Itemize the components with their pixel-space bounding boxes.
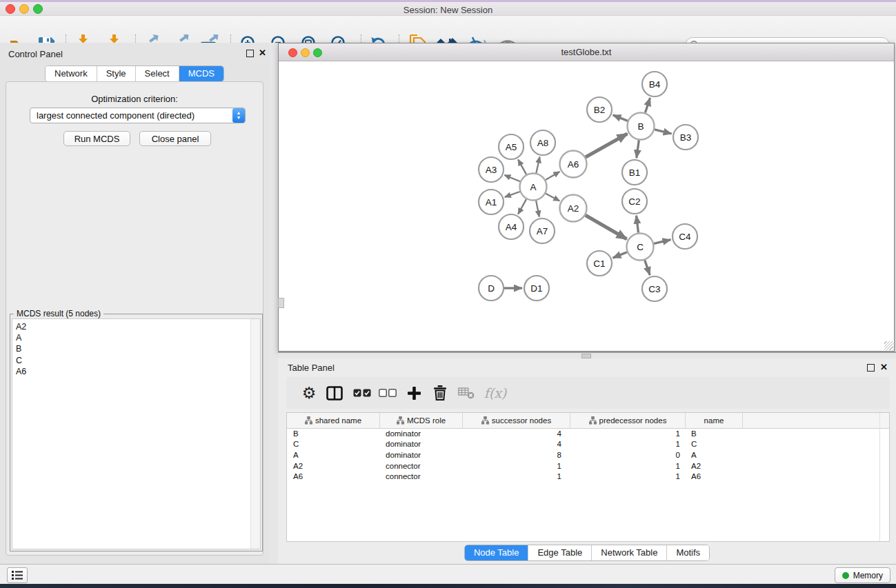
cell[interactable]: A — [287, 451, 380, 459]
graph-edge-A-A5[interactable] — [518, 159, 526, 174]
function-builder-icon[interactable]: f(x) — [480, 377, 510, 409]
memory-button[interactable]: Memory — [835, 567, 890, 583]
column-header-successor-nodes[interactable]: successor nodes — [463, 413, 570, 428]
float-panel-icon[interactable] — [246, 50, 254, 57]
float-panel-icon[interactable] — [867, 364, 875, 372]
table-row-b[interactable]: Bdominator41B — [287, 428, 889, 439]
table-row-a[interactable]: Adominator80A — [287, 449, 889, 460]
node-table: shared nameMCDS rolesuccessor nodesprede… — [286, 412, 890, 542]
cell[interactable]: A6 — [686, 472, 743, 480]
cell[interactable]: 1 — [570, 462, 686, 470]
graph-node-label-A: A — [530, 182, 536, 192]
graph-edge-A-A1[interactable] — [505, 192, 520, 197]
result-item-b[interactable]: B — [12, 343, 260, 354]
graph-edge-A-A6[interactable] — [546, 172, 560, 180]
cell[interactable]: 1 — [570, 440, 686, 448]
tab-mcds[interactable]: MCDS — [179, 66, 223, 81]
cell[interactable]: 1 — [570, 472, 686, 480]
graph-edge-A-A7[interactable] — [536, 201, 539, 216]
tab-select[interactable]: Select — [136, 66, 179, 81]
result-list-scrollbar[interactable] — [250, 319, 260, 549]
cell[interactable]: 4 — [463, 440, 570, 448]
delete-columns-trash-icon[interactable] — [428, 377, 452, 409]
delete-table-icon[interactable] — [454, 377, 479, 409]
graph-edge-C-C2[interactable] — [637, 216, 639, 233]
network-canvas[interactable]: B4B2BB3A5A8A6A3AB1A1C2A2A4A7CC4C1C3DD1 — [279, 61, 894, 351]
cell[interactable]: 1 — [570, 429, 686, 438]
mcds-result-group: MCDS result (5 nodes) A2ABCA6 — [10, 314, 263, 551]
tab-style[interactable]: Style — [97, 66, 136, 81]
splitter-handle[interactable] — [581, 354, 591, 358]
cell[interactable]: A6 — [287, 472, 380, 480]
cell[interactable]: A — [686, 451, 743, 459]
tab-network-table[interactable]: Network Table — [592, 545, 667, 560]
cell[interactable]: C — [686, 440, 743, 448]
cell[interactable]: dominator — [380, 451, 463, 459]
graph-node-label-A8: A8 — [537, 138, 549, 148]
cell[interactable]: C — [287, 440, 380, 448]
result-item-a[interactable]: A — [12, 332, 260, 343]
browse-mode-icon[interactable] — [322, 377, 347, 409]
graph-edge-A-A3[interactable] — [504, 175, 520, 181]
task-history-button[interactable] — [7, 567, 28, 583]
graph-edge-C-C4[interactable] — [654, 240, 671, 244]
close-panel-icon[interactable]: ✕ — [259, 49, 266, 57]
run-mcds-button[interactable]: Run MCDS — [63, 131, 130, 146]
result-item-c[interactable]: C — [12, 355, 260, 366]
close-panel-button[interactable]: Close panel — [139, 131, 211, 146]
column-header-shared-name[interactable]: shared name — [287, 413, 380, 428]
table-panel-tabs: Node TableEdge TableNetwork TableMotifs — [464, 545, 710, 561]
cell[interactable]: 1 — [463, 472, 570, 480]
result-item-a2[interactable]: A2 — [12, 321, 260, 332]
graph-edge-A-A2[interactable] — [546, 194, 559, 201]
table-row-a2[interactable]: A2connector11A2 — [287, 460, 889, 472]
graph-edge-C-C1[interactable] — [613, 252, 628, 258]
column-header-mcds-role[interactable]: MCDS role — [380, 413, 463, 428]
graph-edge-B-B1[interactable] — [637, 140, 639, 158]
cell[interactable]: 1 — [463, 462, 570, 470]
shared-column-icon — [481, 416, 489, 425]
graph-edge-A6-B[interactable] — [586, 134, 628, 157]
cell[interactable]: 4 — [463, 429, 570, 438]
cell[interactable]: A2 — [686, 462, 743, 470]
add-column-icon[interactable] — [401, 377, 426, 409]
graph-edge-B-B4[interactable] — [645, 98, 650, 113]
graph-node-label-C: C — [637, 242, 644, 252]
cell[interactable]: B — [287, 429, 380, 438]
tab-motifs[interactable]: Motifs — [667, 545, 709, 560]
tab-edge-table[interactable]: Edge Table — [528, 545, 592, 560]
network-view-window: testGlobe.txt B4B2BB3A5A8A6A3AB1A1C2A2A4… — [278, 43, 895, 352]
graph-node-label-B3: B3 — [680, 132, 692, 143]
table-scrollbar[interactable] — [879, 413, 880, 541]
window-resize-grip[interactable] — [884, 341, 893, 350]
cell[interactable]: 0 — [570, 451, 686, 459]
tab-network[interactable]: Network — [46, 66, 97, 81]
tab-node-table[interactable]: Node Table — [465, 545, 529, 560]
cell[interactable]: dominator — [380, 440, 463, 448]
graph-edge-A2-C[interactable] — [586, 215, 627, 239]
cell[interactable]: B — [686, 429, 743, 438]
column-header-name[interactable]: name — [686, 413, 743, 428]
cell[interactable]: dominator — [380, 429, 463, 438]
graph-edge-A-A4[interactable] — [518, 199, 526, 214]
network-window-titlebar[interactable]: testGlobe.txt — [279, 43, 894, 61]
graph-edge-B-B2[interactable] — [613, 115, 628, 121]
select-all-icon[interactable] — [350, 377, 375, 409]
criterion-select[interactable]: largest connected component (directed) ▲… — [30, 108, 246, 123]
close-panel-icon[interactable]: ✕ — [880, 363, 888, 371]
graph-edge-B-B3[interactable] — [655, 130, 672, 134]
graph-edge-C-C3[interactable] — [645, 260, 650, 275]
table-row-c[interactable]: Cdominator41C — [287, 439, 889, 450]
graph-edge-A-A8[interactable] — [536, 157, 539, 174]
result-item-a6[interactable]: A6 — [12, 366, 260, 377]
deselect-all-icon[interactable] — [375, 377, 400, 409]
cell[interactable]: 8 — [463, 451, 570, 459]
window-edge-handle[interactable] — [278, 298, 284, 308]
settings-gear-icon[interactable]: ⚙ — [297, 377, 321, 409]
table-row-a6[interactable]: A6connector11A6 — [287, 471, 889, 482]
cell[interactable]: connector — [380, 472, 463, 480]
cell[interactable]: A2 — [287, 462, 380, 470]
mcds-result-list[interactable]: A2ABCA6 — [12, 318, 261, 549]
column-header-predecessor-nodes[interactable]: predecessor nodes — [570, 413, 686, 428]
cell[interactable]: connector — [380, 462, 463, 470]
